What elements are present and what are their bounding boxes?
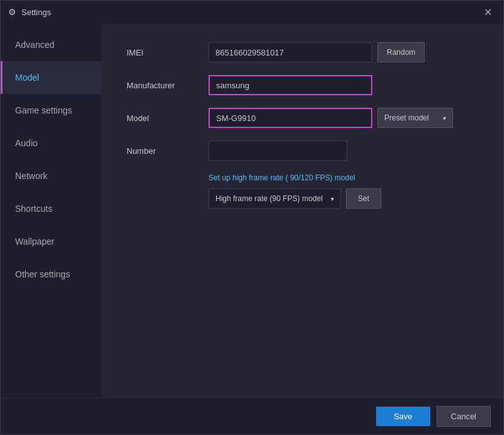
- main-panel: IMEI Random Manufacturer Model Preset mo…: [101, 23, 503, 398]
- titlebar-left: ⚙ Settings: [8, 7, 51, 17]
- model-row: Model Preset model ▾: [127, 108, 478, 128]
- sidebar-item-game-settings[interactable]: Game settings: [1, 94, 101, 127]
- set-button[interactable]: Set: [346, 188, 381, 209]
- manufacturer-label: Manufacturer: [127, 81, 209, 90]
- random-button[interactable]: Random: [377, 42, 425, 62]
- fps-dropdown-value: High frame rate (90 FPS) model: [215, 194, 323, 203]
- sidebar-item-other-settings[interactable]: Other settings: [1, 258, 101, 291]
- settings-window: ⚙ Settings ✕ Advanced Model Game setting…: [0, 0, 504, 435]
- preset-model-dropdown[interactable]: Preset model ▾: [377, 108, 453, 128]
- close-button[interactable]: ✕: [480, 5, 496, 20]
- gear-icon: ⚙: [8, 7, 16, 17]
- model-label: Model: [127, 113, 209, 123]
- sidebar-item-wallpaper[interactable]: Wallpaper: [1, 225, 101, 258]
- number-label: Number: [127, 146, 209, 156]
- model-input[interactable]: [209, 108, 372, 128]
- content-area: Advanced Model Game settings Audio Netwo…: [1, 23, 503, 398]
- fps-chevron-icon: ▾: [331, 195, 334, 202]
- manufacturer-input[interactable]: [209, 75, 372, 95]
- fps-dropdown[interactable]: High frame rate (90 FPS) model ▾: [209, 188, 341, 209]
- sidebar-item-advanced[interactable]: Advanced: [1, 28, 101, 61]
- chevron-down-icon: ▾: [443, 115, 446, 122]
- save-button[interactable]: Save: [376, 407, 430, 426]
- fps-row: High frame rate (90 FPS) model ▾ Set: [209, 188, 478, 209]
- sidebar-item-model[interactable]: Model: [1, 61, 101, 94]
- preset-dropdown-label: Preset model: [384, 113, 429, 122]
- cancel-button[interactable]: Cancel: [437, 406, 491, 427]
- number-input[interactable]: [209, 141, 347, 161]
- number-row: Number: [127, 141, 478, 161]
- imei-row: IMEI Random: [127, 42, 478, 62]
- fps-link[interactable]: Set up high frame rate ( 90/120 FPS) mod…: [209, 173, 478, 182]
- sidebar-item-network[interactable]: Network: [1, 160, 101, 192]
- imei-input[interactable]: [209, 42, 372, 62]
- sidebar: Advanced Model Game settings Audio Netwo…: [1, 23, 101, 398]
- sidebar-item-audio[interactable]: Audio: [1, 127, 101, 160]
- manufacturer-row: Manufacturer: [127, 75, 478, 95]
- footer: Save Cancel: [1, 398, 503, 434]
- titlebar: ⚙ Settings ✕: [1, 1, 503, 23]
- window-title: Settings: [21, 8, 51, 17]
- sidebar-item-shortcuts[interactable]: Shortcuts: [1, 192, 101, 225]
- imei-label: IMEI: [127, 48, 209, 57]
